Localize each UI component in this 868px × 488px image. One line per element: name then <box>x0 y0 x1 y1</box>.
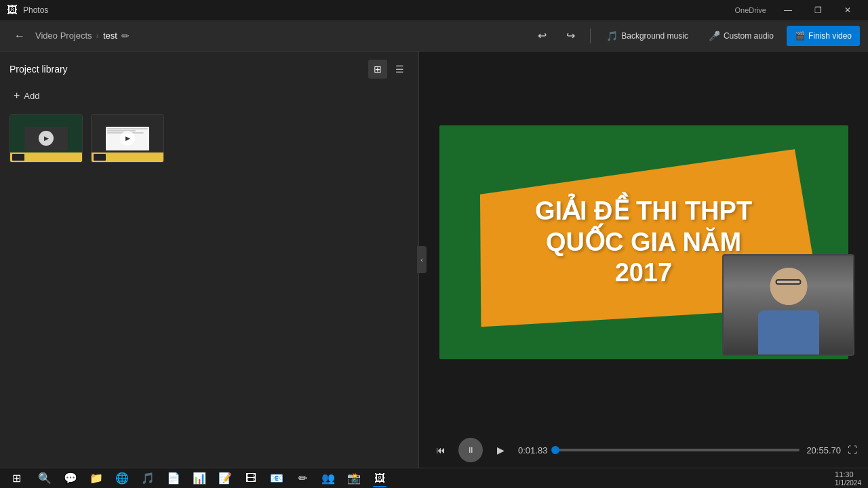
toolbar-left: ← Video Projects › test ✏ <box>8 26 530 46</box>
breadcrumb-parent[interactable]: Video Projects <box>35 30 92 41</box>
progress-bar[interactable] <box>554 449 800 451</box>
end-time: 20:55.70 <box>806 445 841 455</box>
taskbar-mail[interactable]: 📧 <box>264 469 289 488</box>
person-head <box>770 268 807 305</box>
background-music-button[interactable]: 🎵 Background music <box>599 26 696 46</box>
view-toggle: ⊞ ☰ <box>368 60 409 79</box>
project-library-title: Project library <box>9 64 68 75</box>
toolbar-right: ↩ ↪ 🎵 Background music 🎤 Custom audio 🎬 … <box>530 26 860 46</box>
background-music-label: Background music <box>621 31 688 41</box>
close-button[interactable]: ✕ <box>834 0 861 20</box>
progress-dot <box>551 446 559 454</box>
person-body <box>758 310 819 354</box>
grid-view-button[interactable]: ⊞ <box>368 60 387 79</box>
maximize-button[interactable]: ❐ <box>804 0 831 20</box>
title-bar: 🖼 Photos OneDrive — ❐ ✕ <box>0 0 868 20</box>
taskbar-chat[interactable]: 💬 <box>58 469 83 488</box>
taskbar-search[interactable]: 🔍 <box>33 469 57 488</box>
webcam-person <box>724 256 853 354</box>
collapse-panel-button[interactable]: ‹ <box>417 246 427 273</box>
music-icon: 🎵 <box>606 30 618 41</box>
play-overlay-1[interactable]: ▶ <box>39 131 54 146</box>
edit-title-icon[interactable]: ✏ <box>121 30 130 41</box>
titlebar-right: OneDrive — ❐ ✕ <box>735 0 861 20</box>
project-library-header: Project library ⊞ ☰ <box>0 52 418 84</box>
app-icon: 🖼 <box>7 4 18 16</box>
taskbar-photos-active[interactable]: 🖼 <box>368 469 392 488</box>
app-title: Photos <box>23 5 48 15</box>
undo-button[interactable]: ↩ <box>530 26 553 46</box>
taskbar-music[interactable]: 🎵 <box>136 469 160 488</box>
taskbar-teams[interactable]: 👥 <box>316 469 340 488</box>
taskbar-apps: 🔍 💬 📁 🌐 🎵 📄 📊 📝 🎞 📧 ✏ 👥 📸 🖼 <box>33 469 835 488</box>
finish-video-button[interactable]: 🎬 Finish video <box>787 26 860 46</box>
minimize-button[interactable]: — <box>774 0 802 20</box>
video-title-line1: GIẢI ĐỀ THI THPT <box>460 196 828 227</box>
taskbar-edge[interactable]: 🌐 <box>110 469 134 488</box>
finish-icon: 🎬 <box>795 31 805 41</box>
custom-audio-label: Custom audio <box>724 31 774 41</box>
breadcrumb: Video Projects › test <box>35 30 117 41</box>
video-title-line2: QUỐC GIA NĂM <box>460 226 828 258</box>
taskbar-note[interactable]: 📝 <box>213 469 237 488</box>
prev-frame-button[interactable]: ⏮ <box>430 439 452 461</box>
custom-audio-button[interactable]: 🎤 Custom audio <box>701 26 781 46</box>
back-button[interactable]: ← <box>8 26 31 46</box>
audio-icon: 🎤 <box>709 30 720 41</box>
media-grid: ▶ ▶ <box>0 111 418 165</box>
start-button[interactable]: ⊞ <box>3 469 30 488</box>
play-button[interactable]: ▶ <box>490 439 511 461</box>
add-label: Add <box>24 91 39 101</box>
webcam-overlay <box>722 254 854 356</box>
pause-button[interactable]: ⏸ <box>458 438 483 462</box>
finish-video-label: Finish video <box>808 31 852 41</box>
taskbar-excel[interactable]: 📊 <box>187 469 212 488</box>
media-thumbnail-1[interactable]: ▶ <box>9 114 83 163</box>
taskbar-powerpoint[interactable]: 🎞 <box>239 469 263 488</box>
taskbar-pen[interactable]: ✏ <box>290 469 315 488</box>
taskbar-right: 11:301/1/2024 <box>835 470 865 487</box>
titlebar-left: 🖼 Photos <box>7 4 48 16</box>
play-overlay-2[interactable]: ▶ <box>120 131 135 146</box>
redo-button[interactable]: ↪ <box>559 26 582 46</box>
toolbar-separator <box>590 28 591 43</box>
toolbar: ← Video Projects › test ✏ ↩ ↪ 🎵 Backgrou… <box>0 20 868 52</box>
video-preview: GIẢI ĐỀ THI THPT QUỐC GIA NĂM 2017 <box>419 52 868 432</box>
current-time: 0:01.83 <box>518 445 547 455</box>
taskbar: ⊞ 🔍 💬 📁 🌐 🎵 📄 📊 📝 🎞 📧 ✏ 👥 📸 🖼 11:301/1/2… <box>0 468 868 488</box>
breadcrumb-sep: › <box>96 30 99 41</box>
plus-icon: + <box>14 89 20 102</box>
list-view-button[interactable]: ☰ <box>390 60 409 79</box>
breadcrumb-current: test <box>103 30 117 41</box>
onedrive-label: OneDrive <box>735 6 766 14</box>
add-bar: + Add <box>0 84 418 111</box>
left-panel: Project library ⊞ ☰ + Add <box>0 52 419 468</box>
taskbar-file-explorer[interactable]: 📁 <box>84 469 108 488</box>
media-thumbnail-2[interactable]: ▶ <box>91 114 164 163</box>
taskbar-word[interactable]: 📄 <box>161 469 186 488</box>
taskbar-time: 11:301/1/2024 <box>835 470 861 487</box>
video-controls: ⏮ ⏸ ▶ 0:01.83 20:55.70 ⛶ <box>419 432 868 468</box>
add-media-button[interactable]: + Add <box>9 87 43 104</box>
taskbar-photos[interactable]: 📸 <box>342 469 366 488</box>
fullscreen-button[interactable]: ⛶ <box>848 445 857 455</box>
